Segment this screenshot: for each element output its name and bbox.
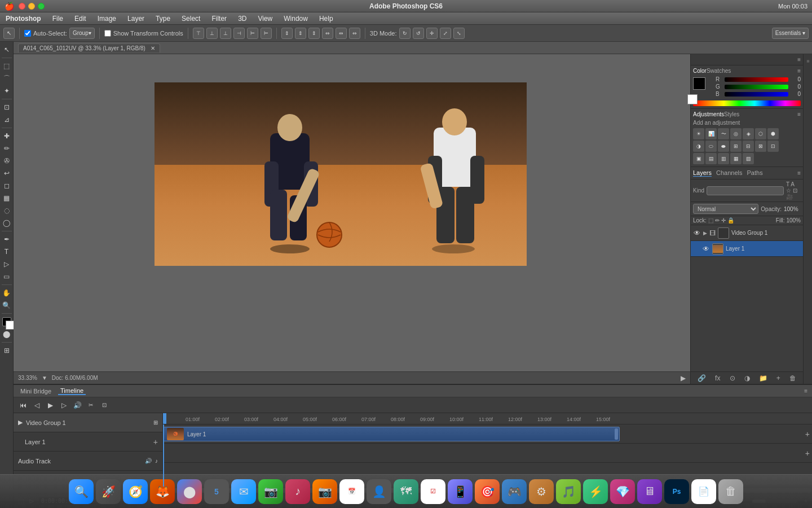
blackwhite-icon[interactable]: ◑ — [693, 141, 704, 152]
shape-tool[interactable]: ▭ — [1, 271, 12, 282]
threshold-icon[interactable]: ⊡ — [767, 141, 779, 152]
apple-menu[interactable]: 🍎 — [5, 2, 14, 11]
move-tool-btn[interactable]: ↖ — [3, 28, 15, 39]
3d-rotate-btn[interactable]: ↻ — [399, 28, 411, 39]
stamp-tool[interactable]: ✇ — [1, 155, 12, 167]
color-spectrum[interactable] — [693, 100, 801, 106]
dock-itunes[interactable]: ♪ — [285, 479, 310, 504]
3d-slide-btn[interactable]: ⤢ — [440, 28, 451, 39]
dock-photoshop[interactable]: Ps — [664, 479, 689, 504]
adj7-icon[interactable]: ▦ — [730, 153, 742, 164]
layer1-vis-icon[interactable]: 👁 — [702, 245, 710, 253]
adj6-icon[interactable]: ▥ — [718, 153, 729, 164]
adjustments-tab[interactable]: Adjustments — [693, 111, 724, 117]
dist-top-btn[interactable]: ⇕ — [281, 28, 293, 39]
tl-audio-mute[interactable]: 🔊 — [145, 458, 152, 464]
dock-app17[interactable]: 🎮 — [502, 479, 527, 504]
layers-tab[interactable]: Layers — [693, 169, 712, 177]
3d-roll-btn[interactable]: ↺ — [413, 28, 424, 39]
menu-help[interactable]: Help — [317, 15, 336, 23]
levels-icon[interactable]: 📊 — [705, 128, 717, 139]
menu-filter[interactable]: Filter — [209, 15, 229, 23]
lock-position-icon[interactable]: ✛ — [721, 217, 726, 224]
paths-tab[interactable]: Paths — [747, 169, 763, 177]
r-bar[interactable] — [725, 77, 788, 82]
lasso-tool[interactable]: ⌒ — [1, 73, 12, 84]
align-right-btn[interactable]: ⊢ — [261, 28, 272, 39]
b-bar[interactable] — [725, 92, 788, 97]
go-to-start-btn[interactable]: ⏮ — [18, 400, 28, 410]
show-transform-checkbox[interactable] — [104, 30, 111, 37]
play-btn[interactable]: ▶ — [45, 400, 55, 410]
colorlookup-icon[interactable]: ⊞ — [730, 141, 742, 152]
expand-icon[interactable]: ▶ — [703, 230, 707, 236]
lock-transparent-icon[interactable]: ⬚ — [708, 217, 713, 224]
dock-mail[interactable]: ✉ — [231, 479, 256, 504]
crop-tool[interactable]: ⊡ — [1, 102, 12, 113]
add-video-track-btn[interactable]: + — [805, 424, 810, 444]
document-tab[interactable]: A014_C065_1012UV @ 33.3% (Layer 1, RGB/8… — [18, 43, 160, 52]
dock-app15[interactable]: 📱 — [448, 479, 473, 504]
colorbalance-icon[interactable]: ⬢ — [767, 128, 779, 139]
mini-bridge-tab[interactable]: Mini Bridge — [18, 388, 54, 395]
tl-l1-add[interactable]: + — [153, 437, 158, 446]
dock-contacts[interactable]: 👤 — [367, 479, 391, 504]
dock-facetime[interactable]: 📷 — [258, 479, 283, 504]
delete-layer-btn[interactable]: 🗑 — [789, 374, 796, 382]
blend-mode-select[interactable]: Normal — [693, 204, 758, 214]
playhead-marker[interactable] — [163, 413, 166, 424]
dist-hcenter-btn[interactable]: ⇔ — [336, 28, 347, 39]
new-layer-btn[interactable]: + — [776, 374, 780, 382]
timeline-options-icon[interactable]: ≡ — [804, 388, 807, 394]
brightness-icon[interactable]: ☀ — [693, 128, 704, 139]
3d-pan-btn[interactable]: ✛ — [426, 28, 438, 39]
adj-options-icon[interactable]: ≡ — [797, 111, 801, 117]
menu-select[interactable]: Select — [179, 15, 202, 23]
menu-layer[interactable]: Layer — [125, 15, 147, 23]
link-layers-btn[interactable]: 🔗 — [698, 374, 706, 382]
layer-item-layer1[interactable]: 👁 Layer 1 — [691, 241, 803, 257]
history-tool[interactable]: ↩ — [1, 168, 12, 179]
workspace-dropdown[interactable]: Essentials ▾ — [772, 28, 809, 39]
add-mask-btn[interactable]: ⊙ — [730, 374, 735, 382]
exposure-icon[interactable]: ◎ — [730, 128, 742, 139]
photofilter-icon[interactable]: ⬭ — [705, 141, 717, 152]
menu-image[interactable]: Image — [95, 15, 118, 23]
maximize-button[interactable] — [38, 3, 45, 10]
menu-edit[interactable]: Edit — [72, 15, 89, 23]
clip-end-handle[interactable] — [615, 428, 618, 440]
foreground-color[interactable] — [2, 317, 11, 326]
step-forward-btn[interactable]: ▷ — [59, 400, 69, 410]
vibrance-icon[interactable]: ◈ — [743, 128, 754, 139]
audio-btn[interactable]: 🔊 — [72, 400, 82, 410]
menu-3d[interactable]: 3D — [236, 15, 249, 23]
lock-all-icon[interactable]: 🔒 — [727, 217, 734, 224]
new-adj-btn[interactable]: ◑ — [744, 374, 750, 382]
brush-tool[interactable]: ✏ — [1, 143, 12, 154]
magic-wand-tool[interactable]: ✦ — [1, 85, 12, 97]
menu-view[interactable]: View — [255, 15, 275, 23]
tl-audio-add[interactable]: ♪ — [155, 458, 158, 464]
layer-item-video-group[interactable]: 👁 ▶ 🎞 Video Group 1 — [691, 225, 803, 241]
dock-app16[interactable]: 🎯 — [475, 479, 500, 504]
align-top-btn[interactable]: ⊤ — [193, 28, 204, 39]
group-dropdown[interactable]: Group ▾ — [69, 28, 95, 39]
dist-right-btn[interactable]: ⇔ — [349, 28, 360, 39]
add-audio-track-btn[interactable]: + — [805, 444, 810, 463]
video-clip[interactable]: 🏀 Layer 1 — [163, 427, 620, 441]
layers-panel-options[interactable]: ≡ — [797, 170, 801, 176]
panel-menu-icon[interactable]: ≡ — [797, 56, 801, 63]
minimize-button[interactable] — [28, 3, 35, 10]
screen-mode-btn[interactable]: ⊞ — [1, 345, 12, 356]
tab-close[interactable]: ✕ — [151, 45, 155, 51]
color-tab[interactable]: Color — [693, 68, 707, 74]
selection-tool[interactable]: ⬚ — [1, 60, 12, 72]
menu-window[interactable]: Window — [281, 15, 310, 23]
dock-maps[interactable]: 🗺 — [394, 479, 418, 504]
lock-paint-icon[interactable]: ✏ — [715, 217, 720, 224]
pen-tool[interactable]: ✒ — [1, 234, 12, 245]
gradient-tool[interactable]: ▦ — [1, 192, 12, 204]
hsl-icon[interactable]: ⬡ — [755, 128, 766, 139]
dist-bottom-btn[interactable]: ⇕ — [308, 28, 320, 39]
new-group-btn[interactable]: 📁 — [759, 374, 767, 382]
